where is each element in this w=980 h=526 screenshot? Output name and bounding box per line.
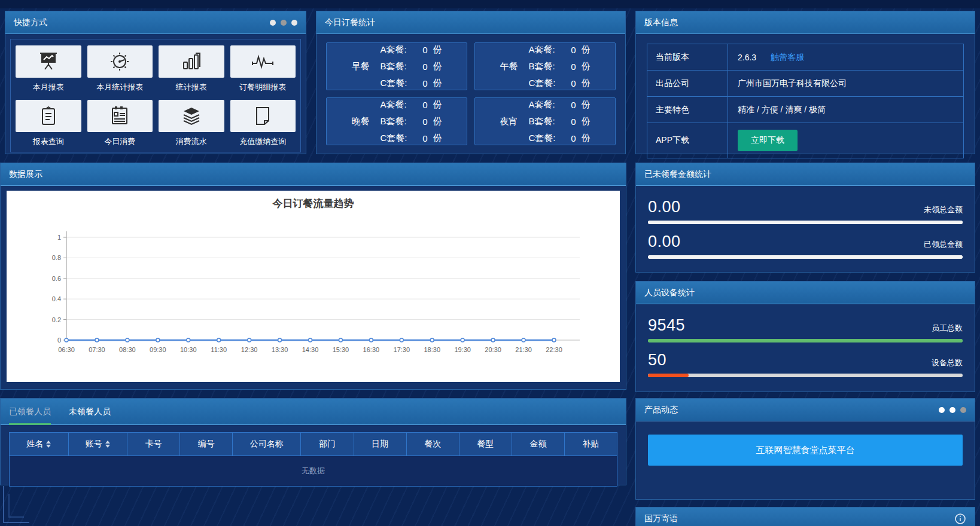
shortcut-label: 今日消费 [87,136,153,147]
meal-box-lunch: 午餐 A套餐:0份 B套餐:0份 C套餐:0份 [474,42,616,90]
svg-text:0.8: 0.8 [52,254,61,261]
progress-bar [648,339,963,342]
clipboard-icon [39,106,58,126]
data-display-title: 数据展示 [9,169,42,180]
set-label: C套餐: [381,133,418,144]
decor-corner-bracket [8,494,24,518]
stat-received-amount: 0.00 已领总金额 [648,233,963,259]
stat-label: 未领总金额 [924,204,963,215]
row-label: 当前版本 [647,44,728,70]
shortcut-label: 本月报表 [16,82,81,93]
column-header-number: 编号 [180,433,233,455]
version-row-company: 出品公司 广州市国万电子科技有限公司 [647,71,963,97]
set-value: 0 [566,133,582,143]
shortcut-consumption-flow[interactable]: 消费流水 [159,100,224,147]
version-row-features: 主要特色 精准 / 方便 / 清爽 / 极简 [647,97,963,123]
version-number: 2.6.3 [738,53,756,62]
svg-text:12:30: 12:30 [241,346,258,353]
download-button[interactable]: 立即下载 [738,130,798,151]
progress-bar [648,255,963,259]
table-header-row: 姓名 账号 卡号 编号 公司名称 部门 日期 餐次 餐型 金额 补贴 [10,433,617,455]
guowan-message-header: 国万寄语 [636,507,975,526]
set-value: 0 [566,45,582,55]
set-value: 0 [566,100,582,110]
carousel-dot-icon[interactable] [270,20,276,26]
svg-text:08:30: 08:30 [119,346,136,353]
svg-text:14:30: 14:30 [302,346,319,353]
row-label: APP下载 [647,123,728,158]
carousel-dot-icon[interactable] [281,20,287,26]
tab-received-meals[interactable]: 已领餐人员 [9,399,51,425]
set-unit: 份 [433,44,442,56]
shortcut-today-consumption[interactable]: 今日消费 [87,100,153,147]
layers-icon [181,106,202,126]
set-unit: 份 [433,99,442,111]
set-unit: 份 [582,116,591,127]
meal-box-dinner: 晚餐 A套餐:0份 B套餐:0份 C套餐:0份 [326,97,467,145]
shortcut-report-query[interactable]: 报表查询 [16,100,81,147]
people-device-header: 人员设备统计 [636,282,975,304]
progress-track [648,255,963,259]
shortcuts-panel: 快捷方式 本月报表 [5,11,306,154]
set-value: 0 [566,117,582,127]
product-banner[interactable]: 互联网智慧食堂点菜平台 [648,435,963,466]
svg-text:06:30: 06:30 [58,346,75,353]
document-icon [254,106,272,126]
top-strip [0,0,980,8]
shortcut-stats-report[interactable]: 统计报表 [159,45,224,93]
carousel-dot-icon[interactable] [291,20,297,26]
set-unit: 份 [433,61,442,72]
shortcut-monthly-report[interactable]: 本月报表 [16,45,81,93]
shortcut-order-detail-report[interactable]: 订餐明细报表 [230,45,296,93]
meal-box-supper: 夜宵 A套餐:0份 B套餐:0份 C套餐:0份 [474,97,616,145]
presentation-chart-icon [36,51,60,72]
set-label: C套餐: [381,78,418,89]
stat-value: 50 [648,351,666,369]
meal-name: 夜宵 [500,116,518,127]
set-value: 0 [566,78,582,88]
carousel-dot-icon[interactable] [960,407,966,413]
column-header-account[interactable]: 账号 [69,433,128,455]
tab-label: 未领餐人员 [69,406,111,416]
svg-text:22:30: 22:30 [546,346,562,353]
version-info-panel: 版本信息 当前版本 2.6.3 触蕾客服 出品公司 广州市国万电子科技有限公司 … [635,11,975,154]
guowan-message-panel: 国万寄语 [635,507,975,526]
progress-track [648,221,963,224]
shortcut-label: 订餐明细报表 [230,82,296,93]
column-header-department: 部门 [301,433,354,455]
version-table: 当前版本 2.6.3 触蕾客服 出品公司 广州市国万电子科技有限公司 主要特色 … [647,44,964,158]
meal-table-tabs: 已领餐人员 未领餐人员 [1,399,626,425]
product-news-header: 产品动态 [636,399,975,421]
tab-label: 已领餐人员 [9,406,51,416]
order-trend-chart: 今日订餐流量趋势 00.20.40.60.8106:3007:3008:3009… [7,191,620,382]
info-icon[interactable] [954,513,966,525]
meal-name: 午餐 [500,61,518,72]
set-label: A套餐: [529,44,566,56]
svg-text:09:30: 09:30 [150,346,166,353]
svg-text:11:30: 11:30 [211,346,227,353]
carousel-dot-icon[interactable] [939,407,945,413]
svg-text:16:30: 16:30 [363,346,380,353]
stat-value: 0.00 [648,198,681,216]
svg-text:19:30: 19:30 [454,346,471,353]
svg-text:18:30: 18:30 [424,346,440,353]
data-display-panel: 数据展示 今日订餐流量趋势 00.20.40.60.8106:3007:3008… [0,163,626,390]
shortcut-monthly-stats-report[interactable]: 本月统计报表 [87,45,153,93]
carousel-dot-icon[interactable] [949,407,955,413]
column-header-name[interactable]: 姓名 [10,433,69,455]
order-stats-header: 今日订餐统计 [316,11,625,34]
people-device-title: 人员设备统计 [644,288,695,298]
set-unit: 份 [582,78,591,89]
sort-icon[interactable] [105,441,110,448]
empty-text: 无数据 [302,466,325,476]
column-header-meal-type: 餐型 [459,433,512,455]
notebook-icon [109,106,130,126]
tab-unreceived-meals[interactable]: 未领餐人员 [69,399,111,425]
sort-icon[interactable] [46,441,51,448]
stat-device-total: 50 设备总数 [648,351,963,377]
company-name: 广州市国万电子科技有限公司 [738,78,847,89]
customer-service-link[interactable]: 触蕾客服 [771,52,804,63]
people-device-stats-panel: 人员设备统计 9545 员工总数 50 设备总数 [635,281,975,392]
today-order-stats-panel: 今日订餐统计 早餐 A套餐:0份 B套餐:0份 C套餐:0份 午餐 A套餐:0份… [316,11,626,154]
shortcut-recharge-query[interactable]: 充值缴纳查询 [230,100,296,147]
